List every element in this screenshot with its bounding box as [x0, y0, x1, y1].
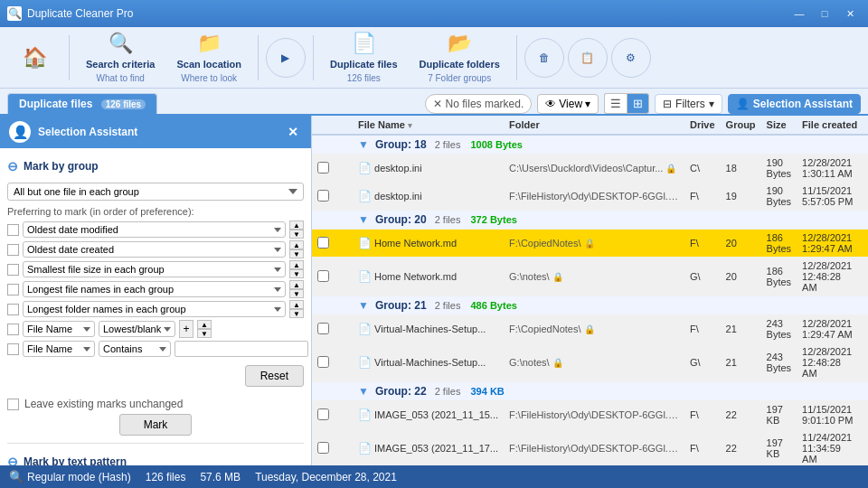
pref-select-file-name-2[interactable]: File Name — [23, 341, 95, 357]
group-row[interactable]: ▼ Group: 20 2 files 372 Bytes — [312, 211, 868, 230]
row-checkbox[interactable] — [317, 323, 329, 334]
pref-text-contains[interactable] — [175, 341, 308, 357]
pref-down-4[interactable]: ▼ — [289, 289, 304, 298]
table-row[interactable]: 📄 desktop.ini C:\Users\Ducklord\Videos\C… — [312, 155, 868, 183]
delete-button[interactable]: 🗑 — [524, 38, 564, 78]
pref-up-3[interactable]: ▲ — [289, 260, 304, 269]
pref-down-3[interactable]: ▼ — [289, 269, 304, 278]
search-criteria-button[interactable]: 🔍 Search criteria What to find — [77, 28, 164, 87]
panel-close-button[interactable]: ✕ — [284, 123, 302, 141]
table-row[interactable]: 📄 IMAGE_053 (2021_11_15... F:\FileHistor… — [312, 401, 868, 429]
scan-button[interactable]: ▶ — [266, 38, 306, 78]
th-folder[interactable]: Folder — [504, 116, 684, 135]
grid-view-button[interactable]: ⊞ — [627, 93, 649, 114]
row-checkbox[interactable] — [317, 356, 329, 368]
pref-down-1[interactable]: ▼ — [289, 230, 304, 239]
pref-checkbox-4[interactable] — [7, 284, 19, 296]
group-toggle-icon[interactable]: ▼ — [358, 385, 369, 398]
duplicate-files-button[interactable]: 📄 Duplicate files 126 files — [321, 28, 407, 87]
filters-button[interactable]: ⊟ Filters ▾ — [655, 94, 722, 114]
reset-button[interactable]: Reset — [245, 365, 304, 387]
pref-up-5[interactable]: ▲ — [289, 300, 304, 309]
table-row[interactable]: 📄 Virtual-Machines-Setup... G:\notes\ 🔒 … — [312, 343, 868, 382]
status-mode-icon: 🔍 — [9, 470, 24, 483]
th-filename[interactable]: File Name ▾ — [353, 116, 504, 135]
pref-up-4[interactable]: ▲ — [289, 280, 304, 289]
pref-select-oldest-created[interactable]: Oldest date created — [23, 241, 286, 258]
pref-down-6[interactable]: ▼ — [197, 329, 212, 338]
duplicate-folders-button[interactable]: 📂 Duplicate folders 7 Folder groups — [410, 28, 509, 87]
th-group[interactable]: Group — [721, 116, 761, 135]
settings-button[interactable]: ⚙ — [611, 38, 651, 78]
row-checkbox[interactable] — [317, 162, 329, 174]
lock-icon: 🔒 — [665, 164, 676, 174]
no-files-badge[interactable]: ✕ No files marked. — [425, 94, 532, 114]
close-button[interactable]: ✕ — [839, 5, 861, 22]
pref-checkbox-3[interactable] — [7, 264, 19, 276]
delete-icon: 🗑 — [539, 52, 550, 64]
folder-cell: F:\CopiedNotes\ 🔒 — [504, 230, 684, 258]
pref-down-2[interactable]: ▼ — [289, 249, 304, 258]
mark-by-text-header[interactable]: ⊖ Mark by text pattern — [7, 451, 304, 465]
pref-up-6[interactable]: ▲ — [197, 320, 212, 329]
pref-up-1[interactable]: ▲ — [289, 221, 304, 230]
row-checkbox[interactable] — [317, 408, 329, 420]
row-checkbox[interactable] — [317, 237, 329, 249]
pref-checkbox-1[interactable] — [7, 224, 19, 236]
group-toggle-icon[interactable]: ▼ — [358, 138, 369, 151]
selection-assistant-button[interactable]: 👤 Selection Assistant — [728, 94, 861, 114]
file-name-cell: 📄 IMAGE_053 (2021_11_17... — [353, 429, 504, 466]
mark-by-group-header[interactable]: ⊖ Mark by group — [7, 155, 304, 177]
file-table: File Name ▾ Folder Drive Group Size File… — [312, 116, 868, 465]
pref-select-longest-names[interactable]: Longest file names in each group — [23, 281, 286, 297]
list-view-button[interactable]: ☰ — [604, 93, 627, 114]
duplicate-files-count: 126 files — [347, 73, 381, 83]
modified-cell: 11/11... — [863, 315, 868, 343]
pref-down-5[interactable]: ▼ — [289, 309, 304, 318]
scan-location-button[interactable]: 📁 Scan location Where to look — [167, 28, 250, 87]
minimize-button[interactable]: — — [788, 5, 810, 22]
search-criteria-label: Search criteria — [86, 59, 155, 70]
pref-select-contains[interactable]: Contains — [99, 341, 171, 357]
pref-select-longest-folder[interactable]: Longest folder names in each group — [23, 301, 286, 317]
pref-select-lowest-blank[interactable]: Lowest/blank — [99, 321, 175, 337]
th-created[interactable]: File created — [797, 116, 863, 135]
table-row[interactable]: 📄 desktop.ini F:\FileHistory\Ody\DESKTOP… — [312, 183, 868, 211]
group-row[interactable]: ▼ Group: 21 2 files 486 Bytes — [312, 296, 868, 315]
pref-checkbox-7[interactable] — [7, 343, 19, 355]
export-button[interactable]: 📋 — [568, 38, 608, 78]
th-size[interactable]: Size — [761, 116, 797, 135]
leave-unchanged-label: Leave existing marks unchanged — [24, 398, 183, 410]
leave-unchanged-checkbox[interactable] — [7, 399, 19, 410]
home-button[interactable]: 🏠 — [7, 42, 61, 73]
pref-checkbox-6[interactable] — [7, 324, 19, 335]
row-checkbox[interactable] — [317, 442, 329, 454]
group-toggle-icon[interactable]: ▼ — [358, 299, 369, 312]
maximize-button[interactable]: □ — [814, 5, 835, 22]
pref-checkbox-2[interactable] — [7, 244, 19, 256]
pref-checkbox-5[interactable] — [7, 304, 19, 315]
group-row[interactable]: ▼ Group: 22 2 files 394 KB — [312, 382, 868, 401]
th-drive[interactable]: Drive — [684, 116, 721, 135]
pref-select-file-name-1[interactable]: File Name — [23, 321, 95, 337]
table-row[interactable]: 📄 Virtual-Machines-Setup... F:\CopiedNot… — [312, 315, 868, 343]
table-row[interactable]: 📄 Home Network.md F:\CopiedNotes\ 🔒 F\ 2… — [312, 230, 868, 258]
view-button[interactable]: 👁 View ▾ — [537, 94, 599, 114]
group-mode-select[interactable]: All but one file in each group — [7, 183, 304, 201]
th-modified[interactable]: File m — [863, 116, 868, 135]
panel-title: Selection Assistant — [38, 126, 137, 138]
pref-select-smallest-size[interactable]: Smallest file size in each group — [23, 261, 286, 277]
mark-button[interactable]: Mark — [119, 414, 192, 436]
table-row[interactable]: 📄 IMAGE_053 (2021_11_17... F:\FileHistor… — [312, 429, 868, 466]
tab-duplicate-files[interactable]: Duplicate files 126 files — [7, 93, 157, 114]
pref-up-2[interactable]: ▲ — [289, 240, 304, 249]
table-row[interactable]: 📄 Home Network.md G:\notes\ 🔒 G\ 20 186 … — [312, 258, 868, 296]
group-row[interactable]: ▼ Group: 18 2 files 1008 Bytes — [312, 135, 868, 155]
pref-add-1[interactable]: + — [179, 320, 193, 338]
pref-arrows-3: ▲ ▼ — [289, 260, 304, 278]
group-toggle-icon[interactable]: ▼ — [358, 213, 369, 226]
row-checkbox[interactable] — [317, 190, 329, 202]
pref-select-oldest-modified[interactable]: Oldest date modified — [23, 221, 286, 238]
row-checkbox[interactable] — [317, 270, 329, 282]
toolbar-sep-2 — [258, 35, 259, 80]
